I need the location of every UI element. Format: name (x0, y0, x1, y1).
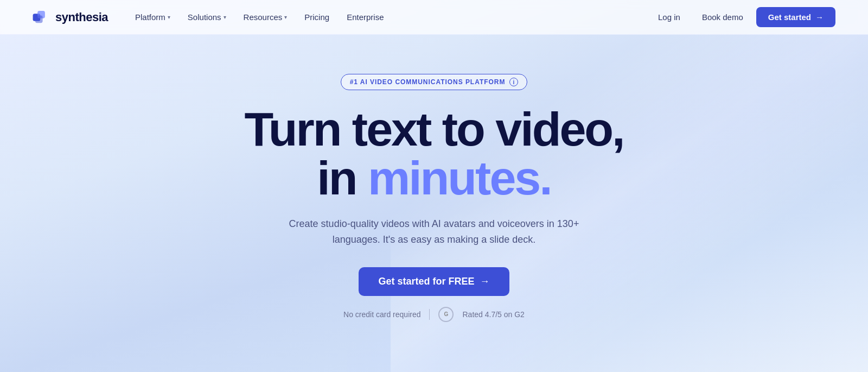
logo-icon (33, 11, 50, 24)
navbar: synthesia Platform ▾ Solutions ▾ Resourc… (0, 0, 868, 35)
hero-meta: No credit card required G Rated 4.7/5 on… (343, 307, 525, 322)
no-credit-card-text: No credit card required (343, 310, 420, 319)
arrow-right-icon: → (815, 12, 824, 22)
hero-subtitle: Create studio-quality videos with AI ava… (282, 216, 586, 248)
hero-cta-button[interactable]: Get started for FREE → (359, 267, 509, 296)
g2-rating-text: Rated 4.7/5 on G2 (462, 310, 524, 319)
logo-text: synthesia (55, 10, 108, 24)
hero-section: #1 AI VIDEO COMMUNICATIONS PLATFORM i Tu… (0, 35, 868, 322)
nav-left: synthesia Platform ▾ Solutions ▾ Resourc… (33, 8, 392, 26)
nav-link-enterprise[interactable]: Enterprise (339, 8, 391, 26)
hero-title-line2: in minutes. (317, 153, 551, 203)
chevron-down-icon: ▾ (224, 14, 226, 20)
nav-link-pricing[interactable]: Pricing (297, 8, 337, 26)
g2-badge-icon: G (438, 307, 454, 322)
meta-divider (429, 309, 430, 320)
hero-badge: #1 AI VIDEO COMMUNICATIONS PLATFORM i (341, 74, 528, 90)
chevron-down-icon: ▾ (284, 14, 287, 20)
hero-title-line1: Turn text to video, (244, 105, 623, 153)
svg-rect-2 (35, 15, 43, 23)
nav-link-solutions[interactable]: Solutions ▾ (180, 8, 234, 26)
nav-right: Log in Book demo Get started → (649, 7, 835, 27)
book-demo-link[interactable]: Book demo (693, 8, 752, 26)
nav-link-platform[interactable]: Platform ▾ (127, 8, 178, 26)
info-icon[interactable]: i (509, 78, 518, 86)
nav-link-resources[interactable]: Resources ▾ (236, 8, 295, 26)
login-link[interactable]: Log in (649, 8, 689, 26)
nav-get-started-button[interactable]: Get started → (756, 7, 835, 27)
nav-links: Platform ▾ Solutions ▾ Resources ▾ Prici… (127, 8, 392, 26)
chevron-down-icon: ▾ (168, 14, 170, 20)
arrow-right-icon: → (480, 276, 490, 287)
logo-link[interactable]: synthesia (33, 10, 108, 24)
